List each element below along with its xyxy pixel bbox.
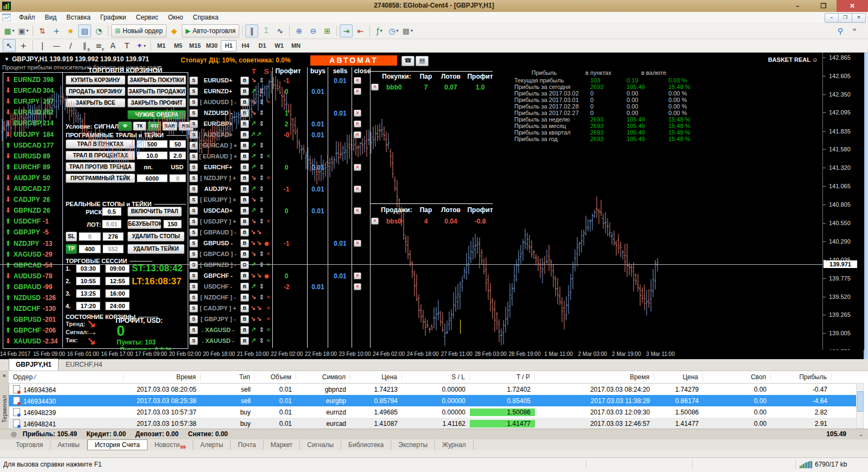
timeframe-W1[interactable]: W1 [271, 40, 287, 52]
buy-symbol-button[interactable]: B [240, 326, 249, 334]
buy-symbol-button[interactable]: B [240, 120, 249, 128]
mdi-close-button[interactable]: ✕ [852, 13, 866, 23]
periods-icon[interactable]: ◷▾ [387, 24, 400, 37]
buy-symbol-button[interactable]: B [240, 196, 249, 204]
terminal-tab-Почта[interactable]: Почта [231, 440, 263, 450]
row-close-button[interactable]: ✕ [354, 131, 361, 138]
menu-Сервис[interactable]: Сервис [131, 12, 163, 23]
orders-col-7[interactable]: T / P [470, 373, 535, 381]
order-row-146934430[interactable]: 1469344302017.03.03 08:25:38sell0.01eurg… [9, 395, 864, 406]
fibonacci-icon[interactable]: ≡F [92, 39, 105, 52]
zoom-in-icon[interactable]: ⊕ [292, 24, 305, 37]
market-watch-icon[interactable]: ⇅ [36, 24, 49, 37]
orders-col-5[interactable]: Цена [350, 373, 402, 381]
terminal-tab-Активы[interactable]: Активы [50, 440, 87, 450]
timeframe-M5[interactable]: M5 [170, 40, 186, 52]
orders-col-2[interactable]: Тип [201, 373, 255, 381]
text-icon[interactable]: A [106, 39, 119, 52]
chart-shift-icon[interactable]: ⇤ [354, 24, 367, 37]
orders-col-6[interactable]: S / L [402, 373, 470, 381]
terminal-tab-Журнал[interactable]: Журнал [435, 440, 474, 450]
line-chart-icon[interactable]: ∿ [273, 24, 286, 37]
vertical-line-icon[interactable]: | [36, 39, 49, 52]
crosshair-icon[interactable]: + [17, 39, 30, 52]
orders-col-10[interactable]: Своп [703, 373, 771, 381]
timeframe-M1[interactable]: M1 [154, 40, 169, 52]
orders-col-8[interactable]: Время [535, 373, 654, 381]
mdi-minimize-button[interactable]: – [825, 13, 839, 23]
trendline-icon[interactable]: ∕ [64, 39, 77, 52]
buy-symbol-button[interactable]: B [240, 283, 249, 291]
terminal-scroll-thumb[interactable] [857, 391, 864, 412]
panel-toggle-icon[interactable]: ▤ [416, 56, 429, 66]
profiles-icon[interactable]: ▣▾ [17, 24, 30, 37]
timeframe-MN[interactable]: MN [288, 40, 304, 52]
timeframe-M30[interactable]: M30 [204, 40, 220, 52]
buy-symbol-button[interactable]: B [240, 163, 249, 171]
zoom-out-icon[interactable]: ⊖ [307, 24, 320, 37]
collapse-terminal-icon[interactable]: ⌄ [858, 429, 864, 439]
row-close-button[interactable]: ✕ [354, 272, 361, 279]
buy-symbol-button[interactable]: B [240, 174, 249, 182]
row-close-button[interactable]: ✕ [354, 240, 361, 247]
bar-chart-icon[interactable]: ‖ [245, 24, 258, 37]
text-label-icon[interactable]: T [120, 39, 133, 52]
orders-col-0[interactable]: Ордер ∕ [9, 373, 124, 381]
templates-icon[interactable]: ▩▾ [401, 24, 414, 37]
menu-Графики[interactable]: Графики [95, 12, 131, 23]
restore-button[interactable]: ❐ [813, 0, 834, 12]
row-close-button[interactable]: ✕ [354, 110, 361, 117]
buy-symbol-button[interactable]: B [240, 315, 249, 323]
indicators-icon[interactable]: ƒ▾ [373, 24, 386, 37]
chat-icon[interactable]: ❝ [848, 24, 861, 37]
automat-button[interactable]: АВТОМАТ [310, 55, 397, 66]
auto-trading-button[interactable]: ▶Авто-торговля [182, 24, 239, 37]
auto-scroll-icon[interactable]: ⇥ [340, 24, 353, 37]
terminal-tab-История Счета[interactable]: История Счета [87, 439, 148, 450]
menu-Вид[interactable]: Вид [40, 12, 62, 23]
buy-symbol-button[interactable]: B [240, 337, 249, 345]
phone-icon[interactable]: ☎ [401, 56, 414, 66]
orders-col-1[interactable]: Время [124, 373, 201, 381]
menu-Окно[interactable]: Окно [163, 12, 188, 23]
row-close-button[interactable]: ✕ [354, 283, 361, 290]
row-close-button[interactable]: ✕ [354, 77, 361, 84]
chart-tab-GBPJPY,H1[interactable]: GBPJPY,H1 [9, 359, 59, 371]
order-row-146948241[interactable]: 1469482412017.03.03 10:57:38buy0.01eurca… [9, 418, 864, 429]
chart-area[interactable]: ▼GBPJPY,H1 139.919 139.992 139.910 139.9… [0, 53, 868, 350]
buy-symbol-button[interactable]: B [240, 152, 249, 161]
buy-symbol-button[interactable]: B [240, 142, 249, 150]
new-chart-icon[interactable]: ▦▾ [3, 24, 16, 37]
chart-tab-EURCHF,H4[interactable]: EURCHF,H4 [59, 359, 109, 371]
timeframe-D1[interactable]: D1 [254, 40, 270, 52]
close-button[interactable]: ✕ [837, 0, 868, 12]
buy-symbol-button[interactable]: B [240, 228, 249, 237]
row-close-button[interactable]: ✕ [354, 88, 361, 95]
timeframe-H4[interactable]: H4 [238, 40, 253, 52]
menu-Файл[interactable]: Файл [14, 12, 40, 23]
menu-Вставка[interactable]: Вставка [61, 12, 95, 23]
row-close-button[interactable]: ✕ [354, 120, 361, 127]
orders-col-9[interactable]: Цена [654, 373, 703, 381]
metaeditor-icon[interactable]: ◆ [168, 24, 181, 37]
navigator-icon[interactable]: ★ [64, 24, 77, 37]
terminal-scrollbar[interactable] [856, 383, 864, 429]
terminal-close-icon[interactable]: ✕ [1, 373, 8, 379]
search-icon[interactable]: ⚲ [834, 24, 847, 37]
buy-symbol-button[interactable]: B [240, 261, 249, 269]
terminal-tab-Маркет[interactable]: Маркет [264, 440, 301, 450]
buy-symbol-button[interactable]: B [240, 304, 249, 312]
buy-symbol-button[interactable]: B [240, 76, 249, 85]
terminal-tab-Сигналы[interactable]: Сигналы [300, 440, 341, 450]
buy-symbol-button[interactable]: B [240, 207, 249, 215]
buy-symbol-button[interactable]: B [240, 294, 249, 302]
buy-symbol-button[interactable]: B [240, 250, 249, 258]
buy-symbol-button[interactable]: B [240, 109, 249, 117]
order-row-146948239[interactable]: 1469482392017.03.03 10:57:37buy0.01eurnz… [9, 406, 864, 418]
buy-symbol-button[interactable]: B [240, 272, 249, 280]
buy-symbol-button[interactable]: B [240, 98, 249, 106]
buy-symbol-button[interactable]: B [240, 239, 249, 247]
channel-icon[interactable]: ∥E [78, 39, 91, 52]
orders-col-4[interactable]: Символ [296, 373, 350, 381]
row-close-button[interactable]: ✕ [354, 186, 361, 193]
